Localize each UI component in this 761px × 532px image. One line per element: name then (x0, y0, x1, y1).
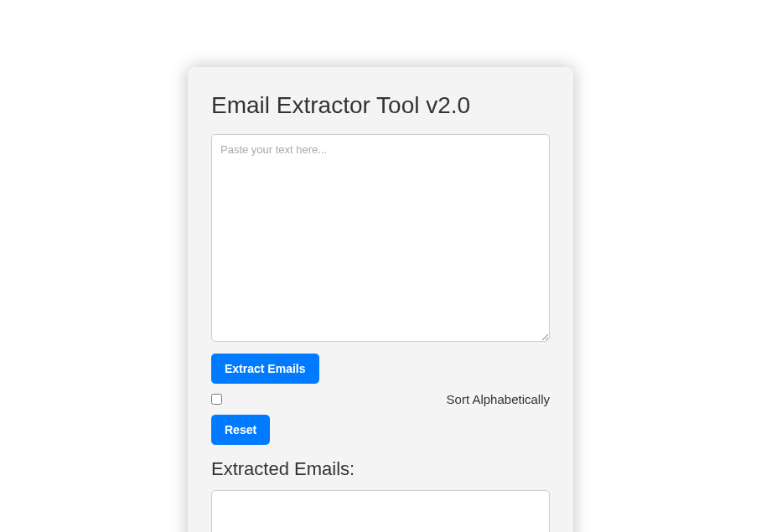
reset-button[interactable]: Reset (211, 415, 270, 445)
output-box (211, 490, 550, 532)
page-title: Email Extractor Tool v2.0 (211, 92, 550, 119)
output-heading: Extracted Emails: (211, 458, 550, 480)
sort-alphabetically-label: Sort Alphabetically (447, 392, 550, 406)
sort-row: Sort Alphabetically (211, 392, 550, 406)
sort-alphabetically-checkbox[interactable] (211, 394, 222, 405)
main-panel: Email Extractor Tool v2.0 Extract Emails… (188, 67, 573, 532)
input-textarea[interactable] (211, 134, 550, 342)
extract-emails-button[interactable]: Extract Emails (211, 354, 319, 384)
